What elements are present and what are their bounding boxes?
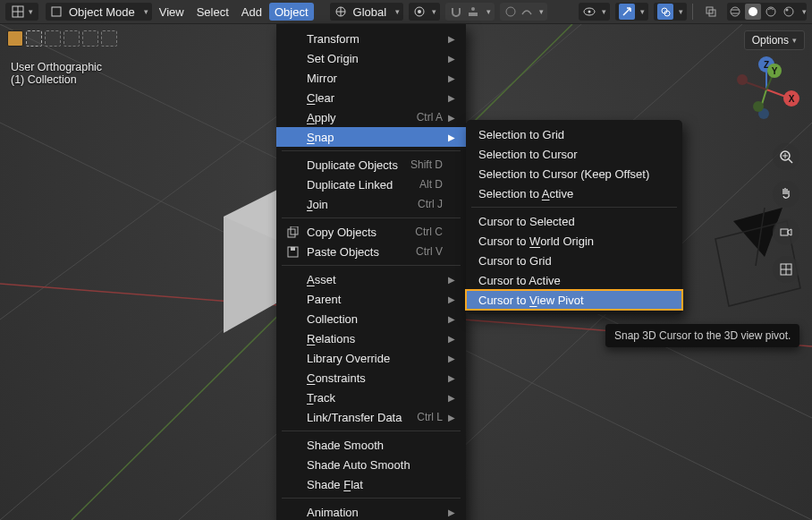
orientation-selector[interactable]: Global ▾ (330, 3, 404, 21)
rendered-shading-icon[interactable] (781, 4, 797, 20)
submenu-item-label: Selection to Active (478, 187, 573, 200)
magnet-icon (449, 4, 463, 19)
menu-item-link-transfer-data[interactable]: Link/Transfer DataCtrl L▶ (276, 407, 466, 427)
submenu-item-cursor-to-grid[interactable]: Cursor to Grid (466, 251, 682, 270)
snap-submenu: Selection to GridSelection to CursorSele… (466, 120, 682, 314)
menu-item-join[interactable]: JoinCtrl J (276, 194, 466, 214)
camera-view-icon[interactable] (773, 218, 799, 245)
chevron-down-icon: ▾ (802, 7, 807, 16)
menu-item-shade-flat[interactable]: Shade Flat (276, 474, 466, 494)
select-circle-tool[interactable] (45, 30, 61, 47)
select-invert-tool[interactable] (82, 30, 98, 47)
submenu-arrow-icon: ▶ (446, 507, 455, 517)
submenu-item-label: Cursor to View Pivot (478, 294, 584, 307)
axis-neg-y-ball[interactable] (753, 101, 764, 112)
menu-item-library-override[interactable]: Library Override▶ (276, 348, 466, 368)
material-shading-icon[interactable] (763, 4, 779, 20)
axis-neg-x-ball[interactable] (737, 74, 748, 85)
options-dropdown[interactable]: Options ▾ (744, 30, 805, 50)
svg-rect-56 (291, 247, 295, 251)
menu-item-shortcut: Ctrl L (417, 411, 443, 423)
menu-item-transform[interactable]: Transform▶ (276, 29, 466, 48)
menu-item-label: Track (307, 391, 446, 405)
menu-item-parent[interactable]: Parent▶ (276, 289, 466, 309)
select-box-tool[interactable] (26, 30, 42, 47)
axis-x-ball[interactable]: X (783, 90, 799, 107)
submenu-item-selection-to-cursor-keep-offset-[interactable]: Selection to Cursor (Keep Offset) (466, 164, 682, 183)
menu-object[interactable]: Object (269, 3, 314, 21)
overlay-dropdown[interactable]: ▾ (654, 3, 687, 21)
axis-y-ball[interactable]: Y (767, 64, 782, 78)
menu-item-label: Parent (307, 293, 446, 306)
menu-item-shortcut: Ctrl C (415, 226, 443, 238)
menu-view[interactable]: View (154, 3, 190, 21)
submenu-arrow-icon: ▶ (446, 275, 455, 285)
falloff-icon (520, 4, 534, 19)
submenu-item-cursor-to-world-origin[interactable]: Cursor to World Origin (466, 231, 682, 251)
xray-toggle[interactable] (698, 3, 723, 21)
snap-toggle[interactable]: ▾ (445, 3, 495, 21)
menu-item-label: Link/Transfer Data (307, 411, 417, 424)
chevron-down-icon: ▾ (395, 7, 400, 16)
visibility-dropdown[interactable]: ▾ (579, 3, 610, 21)
submenu-item-selection-to-cursor[interactable]: Selection to Cursor (466, 144, 682, 164)
menu-item-shade-smooth[interactable]: Shade Smooth (276, 435, 466, 455)
navigation-gizmo[interactable]: Z Y X (735, 58, 798, 121)
menu-item-collection[interactable]: Collection▶ (276, 309, 466, 328)
tooltip: Snap 3D Cursor to the 3D view pivot. (605, 324, 799, 347)
menu-item-shade-auto-smooth[interactable]: Shade Auto Smooth (276, 455, 466, 474)
chevron-down-icon: ▾ (486, 7, 491, 16)
perspective-toggle-icon[interactable] (773, 256, 799, 283)
menu-item-asset[interactable]: Asset▶ (276, 269, 466, 289)
submenu-item-cursor-to-view-pivot[interactable]: Cursor to View Pivot (466, 290, 682, 310)
header-bar: ▾ Object Mode ▾ View Select Add Object G… (0, 0, 812, 24)
menu-item-duplicate-objects[interactable]: Duplicate ObjectsShift D (276, 155, 466, 175)
menu-item-paste-objects[interactable]: Paste ObjectsCtrl V (276, 242, 466, 261)
menu-item-set-origin[interactable]: Set Origin▶ (276, 48, 466, 68)
menu-item-mirror[interactable]: Mirror▶ (276, 68, 466, 88)
menu-item-relations[interactable]: Relations▶ (276, 328, 466, 348)
chevron-down-icon: ▾ (29, 7, 33, 16)
menu-item-duplicate-linked[interactable]: Duplicate LinkedAlt D (276, 175, 466, 194)
mode-selector[interactable]: Object Mode ▾ (46, 3, 152, 21)
submenu-item-selection-to-grid[interactable]: Selection to Grid (466, 124, 682, 144)
shading-modes[interactable]: ▾ (727, 3, 807, 21)
pan-icon[interactable] (773, 181, 799, 208)
proportional-edit-toggle[interactable]: ▾ (500, 3, 547, 21)
menu-item-snap[interactable]: Snap▶ (276, 127, 466, 147)
submenu-item-label: Cursor to Grid (478, 254, 552, 268)
menu-item-shortcut: Alt D (419, 178, 443, 191)
wireframe-shading-icon[interactable] (727, 4, 743, 20)
submenu-item-cursor-to-active[interactable]: Cursor to Active (466, 270, 682, 290)
menu-select[interactable]: Select (191, 3, 234, 21)
solid-shading-icon[interactable] (745, 4, 761, 20)
editor-type-button[interactable]: ▾ (5, 3, 38, 21)
overlay-icon (657, 4, 673, 20)
select-lasso-tool[interactable] (63, 30, 80, 47)
pivot-selector[interactable]: ▾ (409, 3, 440, 21)
menu-item-copy-objects[interactable]: Copy ObjectsCtrl C (276, 222, 466, 242)
select-subtract-tool[interactable] (101, 30, 117, 47)
menu-item-apply[interactable]: ApplyCtrl A▶ (276, 107, 466, 127)
select-tweak-tool[interactable] (7, 30, 23, 47)
eye-icon (582, 4, 596, 19)
svg-point-21 (749, 7, 757, 16)
menu-item-label: Paste Objects (307, 245, 416, 259)
menu-item-track[interactable]: Track▶ (276, 388, 466, 407)
pivot-icon (412, 4, 427, 19)
menu-add[interactable]: Add (236, 3, 267, 21)
submenu-item-selection-to-active[interactable]: Selection to Active (466, 183, 682, 203)
menu-item-animation[interactable]: Animation▶ (276, 502, 466, 520)
gizmo-dropdown[interactable]: ▾ (615, 3, 648, 21)
svg-rect-3 (52, 7, 61, 16)
menu-separator (282, 217, 461, 218)
menu-item-clear[interactable]: Clear▶ (276, 88, 466, 107)
menu-item-shortcut: Ctrl V (416, 245, 443, 258)
menu-item-label: Apply (307, 111, 417, 124)
submenu-item-cursor-to-selected[interactable]: Cursor to Selected (466, 211, 682, 231)
menu-item-label: Animation (307, 506, 446, 519)
svg-rect-9 (469, 13, 478, 16)
menu-item-label: Duplicate Objects (307, 158, 410, 172)
zoom-icon[interactable] (773, 143, 799, 170)
menu-item-constraints[interactable]: Constraints▶ (276, 368, 466, 388)
